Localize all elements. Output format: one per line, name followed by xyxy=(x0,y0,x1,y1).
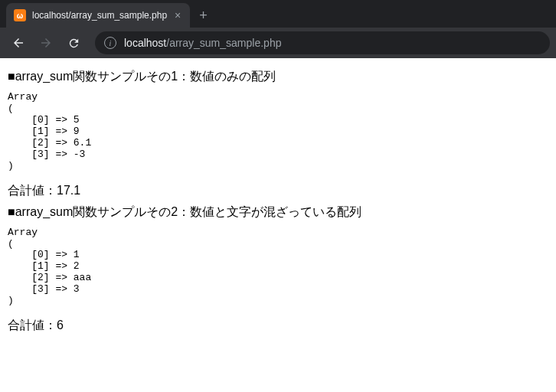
toolbar: i localhost/array_sum_sample.php xyxy=(0,28,556,58)
new-tab-button[interactable]: + xyxy=(190,3,217,28)
close-tab-icon[interactable]: × xyxy=(173,9,182,21)
url-path: /array_sum_sample.php xyxy=(166,37,281,49)
section2-heading: array_sum関数サンプルその2：数値と文字が混ざっている配列 xyxy=(8,203,548,221)
url-text: localhost/array_sum_sample.php xyxy=(124,37,281,49)
tab-bar: ω localhost/array_sum_sample.php × + xyxy=(0,0,556,28)
tab-title: localhost/array_sum_sample.php xyxy=(32,10,167,21)
sum-label: 合計値： xyxy=(8,318,57,332)
browser-tab[interactable]: ω localhost/array_sum_sample.php × xyxy=(6,3,190,28)
reload-icon xyxy=(67,37,80,50)
page-content: array_sum関数サンプルその1：数値のみの配列 Array ( [0] =… xyxy=(0,58,556,347)
section2-array-dump: Array ( [0] => 1 [1] => 2 [2] => aaa [3]… xyxy=(8,227,548,308)
sum-value: 17.1 xyxy=(57,184,80,197)
sum-label: 合計値： xyxy=(8,184,57,197)
url-host: localhost xyxy=(124,37,166,49)
arrow-left-icon xyxy=(11,36,25,50)
back-button[interactable] xyxy=(6,31,31,55)
forward-button[interactable] xyxy=(34,31,58,55)
address-bar[interactable]: i localhost/array_sum_sample.php xyxy=(95,31,550,54)
section1-sum: 合計値：17.1 xyxy=(8,181,548,200)
reload-button[interactable] xyxy=(61,31,86,55)
section1-heading: array_sum関数サンプルその1：数値のみの配列 xyxy=(8,67,548,86)
sum-value: 6 xyxy=(57,318,64,332)
xampp-favicon-icon: ω xyxy=(14,9,26,21)
site-info-icon[interactable]: i xyxy=(104,37,116,49)
section1-array-dump: Array ( [0] => 5 [1] => 9 [2] => 6.1 [3]… xyxy=(8,92,548,172)
section2-sum: 合計値：6 xyxy=(8,316,548,335)
arrow-right-icon xyxy=(39,36,53,50)
